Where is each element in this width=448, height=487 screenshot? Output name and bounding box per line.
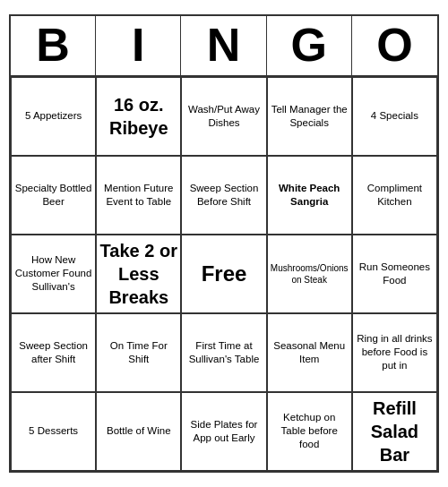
bingo-grid: 5 Appetizers16 oz. RibeyeWash/Put Away D…: [11, 77, 437, 471]
bingo-cell-17: First Time at Sullivan's Table: [181, 313, 266, 392]
bingo-cell-2: Wash/Put Away Dishes: [181, 77, 266, 156]
bingo-letter-i: I: [96, 16, 181, 74]
bingo-header: BINGO: [11, 16, 437, 76]
bingo-cell-20: 5 Desserts: [11, 392, 96, 471]
bingo-cell-9: Compliment Kitchen: [352, 156, 437, 235]
bingo-cell-3: Tell Manager the Specials: [267, 77, 352, 156]
bingo-cell-0: 5 Appetizers: [11, 77, 96, 156]
bingo-cell-12: Free: [181, 235, 266, 313]
bingo-letter-n: N: [181, 16, 266, 74]
bingo-cell-5: Specialty Bottled Beer: [11, 156, 96, 235]
bingo-cell-8: White Peach Sangria: [267, 156, 352, 235]
bingo-cell-14: Run Someones Food: [352, 235, 437, 313]
bingo-cell-24: Refill Salad Bar: [352, 392, 437, 471]
bingo-cell-1: 16 oz. Ribeye: [96, 77, 181, 156]
bingo-cell-18: Seasonal Menu Item: [267, 313, 352, 392]
bingo-cell-16: On Time For Shift: [96, 313, 181, 392]
bingo-cell-10: How New Customer Found Sullivan's: [11, 235, 96, 313]
bingo-cell-23: Ketchup on Table before food: [267, 392, 352, 471]
bingo-card: BINGO 5 Appetizers16 oz. RibeyeWash/Put …: [9, 14, 439, 472]
bingo-cell-7: Sweep Section Before Shift: [181, 156, 266, 235]
bingo-letter-g: G: [267, 16, 352, 74]
bingo-cell-19: Ring in all drinks before Food is put in: [352, 313, 437, 392]
bingo-cell-15: Sweep Section after Shift: [11, 313, 96, 392]
bingo-cell-6: Mention Future Event to Table: [96, 156, 181, 235]
bingo-cell-21: Bottle of Wine: [96, 392, 181, 471]
bingo-cell-22: Side Plates for App out Early: [181, 392, 266, 471]
bingo-cell-4: 4 Specials: [352, 77, 437, 156]
bingo-cell-11: Take 2 or Less Breaks: [96, 235, 181, 313]
bingo-cell-13: Mushrooms/Onions on Steak: [267, 235, 352, 313]
bingo-letter-b: B: [11, 16, 96, 74]
bingo-letter-o: O: [352, 16, 437, 74]
